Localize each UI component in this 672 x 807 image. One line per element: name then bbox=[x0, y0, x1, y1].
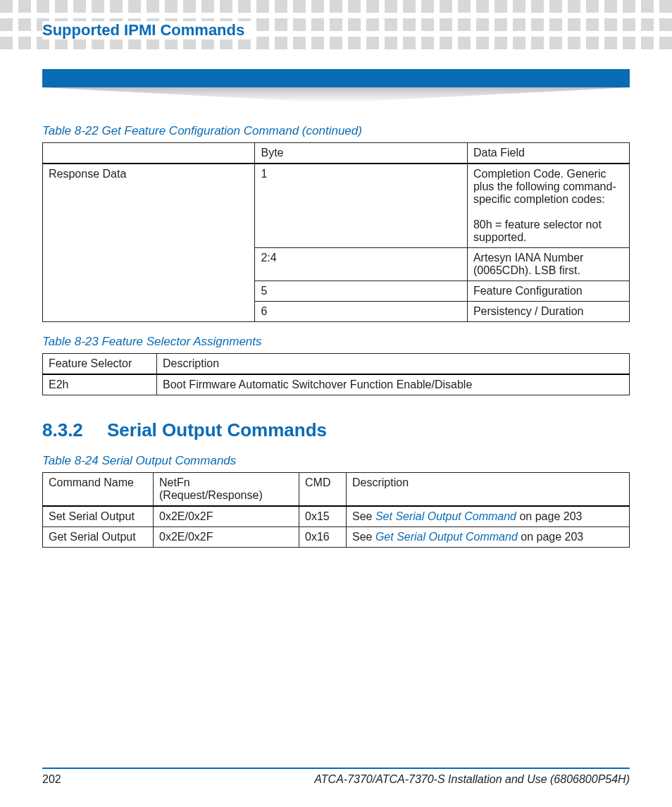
header-wedge bbox=[42, 87, 630, 103]
table-8-24: Command Name NetFn (Request/Response) CM… bbox=[42, 472, 630, 548]
table-row: Byte Data Field bbox=[43, 143, 630, 164]
table-cell: 5 bbox=[255, 281, 467, 302]
table-cell: Feature Configuration bbox=[467, 281, 629, 302]
table-row: Command Name NetFn (Request/Response) CM… bbox=[43, 473, 630, 507]
chapter-title: Supported IPMI Commands bbox=[42, 21, 253, 39]
table-row: Response Data 1 Completion Code. Generic… bbox=[43, 164, 630, 248]
page-number: 202 bbox=[42, 773, 61, 786]
table-row: Set Serial Output 0x2E/0x2F 0x15 See Set… bbox=[43, 506, 630, 527]
table-cell: E2h bbox=[43, 374, 157, 395]
table-header-cell: Command Name bbox=[43, 473, 154, 507]
table-cell: Artesyn IANA Number (0065CDh). LSB first… bbox=[467, 248, 629, 281]
table-8-22: Byte Data Field Response Data 1 Completi… bbox=[42, 142, 630, 322]
table-header-cell: Feature Selector bbox=[43, 354, 157, 375]
table-header-cell: Description bbox=[157, 354, 630, 375]
table-8-23: Feature Selector Description E2h Boot Fi… bbox=[42, 353, 630, 395]
table-header-cell: CMD bbox=[299, 473, 347, 507]
desc-text: on page 203 bbox=[518, 531, 583, 543]
table-cell: Get Serial Output bbox=[43, 527, 154, 548]
table-8-22-caption: Table 8-22 Get Feature Configuration Com… bbox=[42, 124, 630, 138]
xref-link[interactable]: Set Serial Output Command bbox=[375, 510, 516, 522]
table-header-cell: Byte bbox=[255, 143, 467, 164]
table-8-23-caption: Table 8-23 Feature Selector Assignments bbox=[42, 335, 630, 349]
xref-link[interactable]: Get Serial Output Command bbox=[375, 531, 518, 543]
desc-text: See bbox=[352, 531, 375, 543]
table-cell: Completion Code. Generic plus the follow… bbox=[467, 164, 629, 248]
header-blue-bar bbox=[42, 69, 630, 87]
table-cell: 6 bbox=[255, 302, 467, 322]
table-cell: See Set Serial Output Command on page 20… bbox=[347, 506, 630, 527]
table-row: Get Serial Output 0x2E/0x2F 0x16 See Get… bbox=[43, 527, 630, 548]
table-cell: See Get Serial Output Command on page 20… bbox=[347, 527, 630, 548]
section-number: 8.3.2 bbox=[42, 419, 87, 441]
table-header-cell: NetFn (Request/Response) bbox=[154, 473, 299, 507]
table-cell: Boot Firmware Automatic Switchover Funct… bbox=[157, 374, 630, 395]
table-cell: 0x2E/0x2F bbox=[154, 527, 299, 548]
desc-text: See bbox=[352, 510, 375, 522]
desc-text: on page 203 bbox=[516, 510, 582, 522]
table-cell: 0x16 bbox=[299, 527, 347, 548]
table-8-24-caption: Table 8-24 Serial Output Commands bbox=[42, 454, 630, 468]
table-cell: Set Serial Output bbox=[43, 506, 154, 527]
table-header-cell bbox=[43, 143, 255, 164]
table-cell: 0x2E/0x2F bbox=[154, 506, 299, 527]
page-footer: 202 ATCA-7370/ATCA-7370-S Installation a… bbox=[42, 768, 630, 786]
table-cell: 0x15 bbox=[299, 506, 347, 527]
table-cell: Response Data bbox=[43, 164, 255, 322]
table-row: Feature Selector Description bbox=[43, 354, 630, 375]
table-cell: 2:4 bbox=[255, 248, 467, 281]
document-id: ATCA-7370/ATCA-7370-S Installation and U… bbox=[314, 773, 630, 786]
table-cell: 1 bbox=[255, 164, 467, 248]
section-heading: 8.3.2 Serial Output Commands bbox=[42, 419, 630, 441]
table-cell: Persistency / Duration bbox=[467, 302, 629, 322]
table-header-cell: Description bbox=[347, 473, 630, 507]
table-row: E2h Boot Firmware Automatic Switchover F… bbox=[43, 374, 630, 395]
section-title: Serial Output Commands bbox=[107, 419, 327, 441]
table-header-cell: Data Field bbox=[467, 143, 629, 164]
